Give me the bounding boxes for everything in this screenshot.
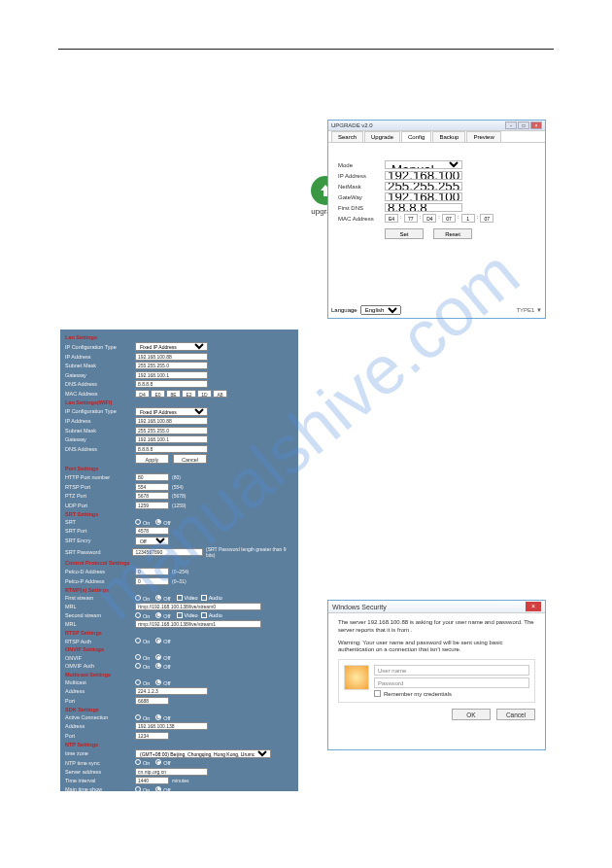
ip-label: IP Address <box>338 173 385 179</box>
fs-on[interactable] <box>135 595 141 601</box>
srt-password[interactable] <box>132 548 203 556</box>
mac-1[interactable] <box>404 214 418 223</box>
mac-group[interactable]: : : : : : <box>385 214 493 223</box>
wifi-gw[interactable] <box>135 435 208 443</box>
server-addr[interactable] <box>135 768 208 776</box>
srt-on[interactable] <box>135 519 141 525</box>
tab-backup[interactable]: Backup <box>432 131 465 142</box>
gateway-label: GateWay <box>338 194 385 200</box>
time-interval[interactable] <box>135 777 169 784</box>
nts-off[interactable] <box>155 759 161 765</box>
set-button[interactable]: Set <box>385 228 424 239</box>
security-titlebar: Windows Security × <box>328 601 545 613</box>
mac-0[interactable] <box>385 214 398 223</box>
ip-input[interactable] <box>385 171 462 180</box>
rtmp-heading: RTMP(s) Settings <box>65 587 293 593</box>
onvifauth-off[interactable] <box>155 663 161 669</box>
dns-input[interactable] <box>385 203 462 212</box>
lan2-heading: Lan Settings(WIFI) <box>65 399 293 405</box>
fs-off[interactable] <box>155 595 161 601</box>
sdk-addr[interactable] <box>135 722 208 730</box>
apply-button[interactable]: Apply <box>135 454 169 464</box>
ss-audio-cb[interactable] <box>201 612 207 618</box>
remember-checkbox[interactable] <box>374 690 381 697</box>
footer-type: TYPE1 <box>516 307 534 313</box>
lan-gw[interactable] <box>135 371 208 379</box>
security-dialog: Windows Security × The server 192.168.10… <box>327 600 546 750</box>
mrl1[interactable] <box>135 603 261 610</box>
mac-3[interactable] <box>442 214 456 223</box>
netmask-input[interactable] <box>385 182 462 191</box>
wifi-sm[interactable] <box>135 427 208 434</box>
onvif-on[interactable] <box>135 654 141 660</box>
cancel-button[interactable]: Cancel <box>173 454 207 464</box>
nts-on[interactable] <box>135 759 141 765</box>
mc-addr[interactable] <box>135 687 208 695</box>
onvif-off[interactable] <box>155 654 161 660</box>
close-button[interactable]: × <box>530 122 542 129</box>
fs-video-cb[interactable] <box>177 595 183 601</box>
window-title: UPGRADE v2.0 <box>331 122 505 128</box>
srt-heading: SRT Settings <box>65 511 293 517</box>
iptype-select[interactable]: Fixed IP Address <box>135 342 208 351</box>
srt-port[interactable] <box>135 527 169 535</box>
http-port[interactable] <box>135 473 169 481</box>
config-window: UPGRADE v2.0 - □ × Search Upgrade Config… <box>327 120 546 319</box>
minimize-button[interactable]: - <box>505 122 517 129</box>
fs-audio-cb[interactable] <box>201 595 207 601</box>
sdk-heading: SDK Settings <box>65 707 293 712</box>
onvif-heading: ONVIF Settings <box>65 646 293 652</box>
onvifauth-on[interactable] <box>135 663 141 669</box>
mts-on[interactable] <box>135 786 141 792</box>
srt-encry[interactable]: Off <box>135 537 169 545</box>
lan-heading: Lan Settings <box>65 334 293 340</box>
mac-5[interactable] <box>480 214 493 223</box>
lan-ip[interactable] <box>135 353 208 361</box>
tab-upgrade[interactable]: Upgrade <box>364 131 400 142</box>
mac-4[interactable] <box>461 214 475 223</box>
mode-select[interactable]: Manual <box>385 160 462 169</box>
ac-off[interactable] <box>155 714 161 720</box>
lang-select[interactable]: English <box>360 305 401 315</box>
wifi-ip[interactable] <box>135 417 208 425</box>
security-title: Windows Security <box>332 604 526 610</box>
lan-dns[interactable] <box>135 380 208 388</box>
ss-video-cb[interactable] <box>177 612 183 618</box>
mrl2[interactable] <box>135 620 261 628</box>
lang-label: Language <box>331 307 357 313</box>
rtsp-port[interactable] <box>135 483 169 491</box>
tab-config[interactable]: Config <box>401 131 431 142</box>
iptype2-select[interactable]: Fixed IP Address <box>135 407 208 416</box>
sdk-port[interactable] <box>135 732 169 740</box>
dns-label: First DNS <box>338 205 385 211</box>
pelco-p[interactable] <box>135 577 169 585</box>
udp-port[interactable] <box>135 502 169 509</box>
reset-button[interactable]: Reset <box>433 228 472 239</box>
srt-off[interactable] <box>155 519 161 525</box>
mc-off[interactable] <box>155 679 161 685</box>
ss-off[interactable] <box>155 612 161 618</box>
lan-sm[interactable] <box>135 362 208 369</box>
ok-button[interactable]: OK <box>452 709 491 720</box>
rtspauth-off[interactable] <box>155 638 161 643</box>
ss-on[interactable] <box>135 612 141 618</box>
tab-search[interactable]: Search <box>331 131 363 142</box>
tz-select[interactable]: (GMT+08:00) Beijing, Chongqing, Hong Kon… <box>135 749 271 758</box>
password-input[interactable]: Password <box>374 677 529 688</box>
mc-port[interactable] <box>135 697 169 705</box>
pelco-d[interactable] <box>135 568 169 575</box>
security-close-button[interactable]: × <box>526 602 541 611</box>
mac-2[interactable] <box>423 214 436 223</box>
mts-off[interactable] <box>155 786 161 792</box>
wifi-dns[interactable] <box>135 445 208 453</box>
rtspauth-on[interactable] <box>135 638 141 643</box>
username-input[interactable]: User name <box>374 665 529 676</box>
tab-preview[interactable]: Preview <box>466 131 500 142</box>
cancel-button[interactable]: Cancel <box>496 709 535 720</box>
settings-panel: Lan Settings IP Configuration TypeFixed … <box>60 330 298 791</box>
mc-on[interactable] <box>135 679 141 685</box>
ptz-port[interactable] <box>135 492 169 500</box>
maximize-button[interactable]: □ <box>518 122 529 129</box>
ac-on[interactable] <box>135 714 141 720</box>
gateway-input[interactable] <box>385 192 462 201</box>
